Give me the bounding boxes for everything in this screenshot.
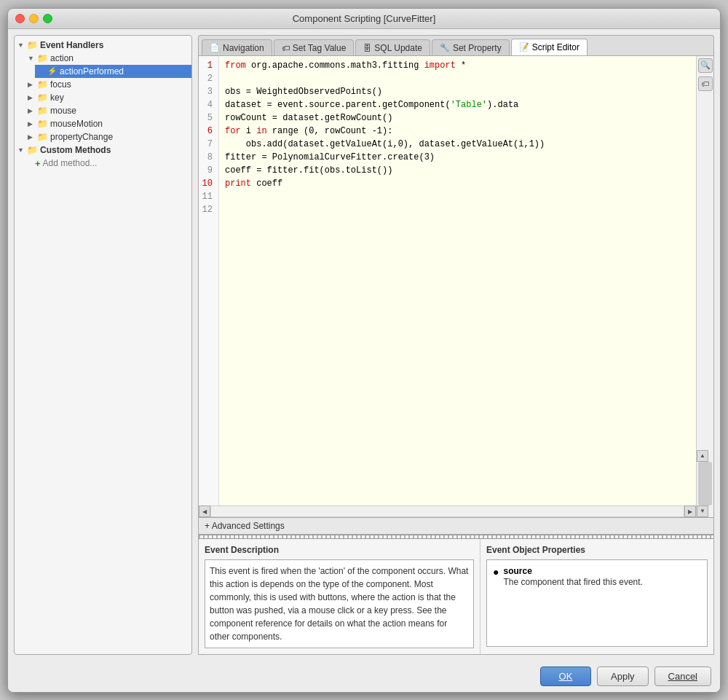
action-label: action (50, 53, 74, 63)
properties-box: ● source The component that fired this e… (486, 559, 708, 647)
editor-icon-btn-2[interactable]: 🏷 (698, 76, 713, 91)
right-panel: 📄 Navigation 🏷 Set Tag Value 🗄 SQL Updat… (198, 35, 714, 655)
set-property-tab-label: Set Property (453, 43, 502, 53)
property-desc-source: The component that fired this event. (503, 577, 642, 587)
expand-arrow-action[interactable]: ▼ (28, 55, 35, 62)
scroll-up-arrow[interactable]: ▲ (697, 450, 708, 462)
add-method-label: Add method... (43, 158, 98, 168)
mouse-folder-icon: 📁 (37, 106, 48, 116)
tabs-bar: 📄 Navigation 🏷 Set Tag Value 🗄 SQL Updat… (198, 35, 714, 55)
code-line-12 (225, 203, 690, 216)
line-num-5: 5 (199, 111, 215, 125)
scroll-right-arrow[interactable]: ▶ (684, 506, 696, 517)
tab-script-editor[interactable]: 📝 Script Editor (511, 39, 587, 56)
editor-icon-btn-1[interactable]: 🔍 (698, 58, 713, 73)
main-window: Component Scripting [CurveFitter] ▼ 📁 Ev… (7, 8, 721, 693)
line-num-11: 11 (199, 190, 215, 203)
expand-arrow-mouse-motion[interactable]: ▶ (28, 120, 35, 127)
line-num-1: 1 (199, 59, 215, 72)
tree-item-property-change[interactable]: ▶ 📁 propertyChange (25, 130, 191, 143)
key-label: key (50, 93, 64, 103)
mouse-label: mouse (50, 106, 76, 116)
event-object-properties-section: Event Object Properties ● source The com… (480, 539, 713, 654)
sql-update-tab-icon: 🗄 (363, 44, 371, 52)
set-property-tab-icon: 🔧 (440, 43, 450, 52)
line-num-12: 12 (199, 203, 215, 216)
h-scroll-track[interactable] (210, 506, 684, 517)
advanced-settings-bar[interactable]: + Advanced Settings (198, 518, 714, 535)
property-change-label: propertyChange (50, 132, 113, 142)
set-tag-value-tab-icon: 🏷 (282, 44, 290, 52)
scroll-left-arrow[interactable]: ◀ (199, 506, 210, 517)
expand-arrow-custom-methods[interactable]: ▼ (17, 146, 25, 154)
code-line-3: obs = WeightedObservedPoints() (225, 85, 690, 98)
property-bullet-source: ● (493, 566, 499, 578)
custom-methods-label: ▼ 📁 Custom Methods (15, 143, 191, 157)
tree-item-key[interactable]: ▶ 📁 key (25, 91, 191, 104)
action-folder-icon: 📁 (37, 53, 48, 63)
tab-set-tag-value[interactable]: 🏷 Set Tag Value (274, 39, 355, 56)
left-panel: ▼ 📁 Event Handlers ▼ 📁 action ⚡ actionPe… (14, 35, 192, 655)
scroll-down-arrow[interactable]: ▼ (697, 506, 708, 517)
code-line-9: coeff = fitter.fit(obs.toList()) (225, 164, 690, 177)
tree-item-action[interactable]: ▼ 📁 action (25, 52, 191, 65)
editor-scroll-area[interactable]: 1 2 3 4 5 6 7 8 9 10 11 (199, 56, 696, 506)
tab-sql-update[interactable]: 🗄 SQL Update (355, 39, 430, 56)
maximize-button[interactable] (43, 14, 52, 23)
tab-navigation[interactable]: 📄 Navigation (202, 39, 272, 56)
code-line-8: fitter = PolynomialCurveFitter.create(3) (225, 151, 690, 164)
tree-item-focus[interactable]: ▶ 📁 focus (25, 78, 191, 91)
cancel-button-label: Cancel (668, 671, 697, 682)
expand-arrow-property-change[interactable]: ▶ (28, 133, 35, 141)
line-num-9: 9 (199, 164, 215, 177)
mouse-motion-label: mouseMotion (50, 119, 103, 129)
traffic-lights (15, 14, 52, 23)
close-button[interactable] (15, 14, 25, 23)
main-content: ▼ 📁 Event Handlers ▼ 📁 action ⚡ actionPe… (8, 29, 720, 661)
property-item-source: ● source The component that fired this e… (493, 566, 701, 587)
line-num-8: 8 (199, 151, 215, 164)
line-num-2: 2 (199, 72, 215, 85)
script-editor-tab-label: Script Editor (532, 42, 579, 52)
expand-arrow-event-handlers[interactable]: ▼ (17, 42, 25, 49)
v-scroll-track[interactable] (697, 93, 713, 450)
focus-label: focus (50, 79, 71, 90)
tree-item-mouse-motion[interactable]: ▶ 📁 mouseMotion (25, 117, 191, 130)
minimize-button[interactable] (29, 14, 39, 23)
custom-methods-folder-icon: 📁 (27, 145, 38, 155)
bottom-bar: OK Apply Cancel (8, 661, 720, 692)
focus-folder-icon: 📁 (37, 79, 48, 90)
apply-button[interactable]: Apply (597, 666, 649, 686)
code-line-5: rowCount = dataset.getRowCount() (225, 111, 690, 125)
expand-arrow-focus[interactable]: ▶ (28, 81, 35, 88)
code-line-10: print coeff (225, 177, 690, 190)
ok-button-label: OK (559, 671, 573, 682)
event-description-section: Event Description This event is fired wh… (199, 539, 480, 654)
property-name-source: source (503, 566, 642, 576)
main-editor-area: 1 2 3 4 5 6 7 8 9 10 11 (199, 56, 696, 517)
tab-set-property[interactable]: 🔧 Set Property (432, 39, 510, 56)
key-folder-icon: 📁 (37, 93, 48, 103)
ok-button[interactable]: OK (540, 666, 591, 686)
tree-item-mouse[interactable]: ▶ 📁 mouse (25, 104, 191, 117)
add-method-item[interactable]: + Add method... (15, 157, 191, 170)
horizontal-scrollbar[interactable]: ◀ ▶ (199, 506, 696, 517)
code-editor[interactable]: from org.apache.commons.math3.fitting im… (219, 56, 696, 506)
tree-container: ▼ 📁 Event Handlers ▼ 📁 action ⚡ actionPe… (15, 36, 191, 173)
event-description-header: Event Description (205, 545, 474, 555)
code-line-1: from org.apache.commons.math3.fitting im… (225, 59, 690, 72)
event-handlers-text: Event Handlers (40, 40, 103, 50)
action-performed-label: actionPerformed (60, 66, 124, 76)
editor-container: 1 2 3 4 5 6 7 8 9 10 11 (198, 55, 714, 518)
tree-item-action-performed[interactable]: ⚡ actionPerformed (35, 65, 191, 78)
script-editor-tab-icon: 📝 (519, 42, 529, 52)
code-line-6: for i in range (0, rowCount -1): (225, 125, 690, 138)
title-bar: Component Scripting [CurveFitter] (8, 9, 720, 29)
expand-arrow-key[interactable]: ▶ (28, 94, 35, 101)
v-scroll-thumb (698, 462, 712, 506)
cancel-button[interactable]: Cancel (654, 666, 711, 686)
event-handlers-folder-icon: 📁 (27, 40, 38, 50)
custom-methods-text: Custom Methods (40, 145, 111, 155)
expand-arrow-mouse[interactable]: ▶ (28, 107, 35, 114)
info-panel-content: Event Description This event is fired wh… (199, 539, 713, 654)
